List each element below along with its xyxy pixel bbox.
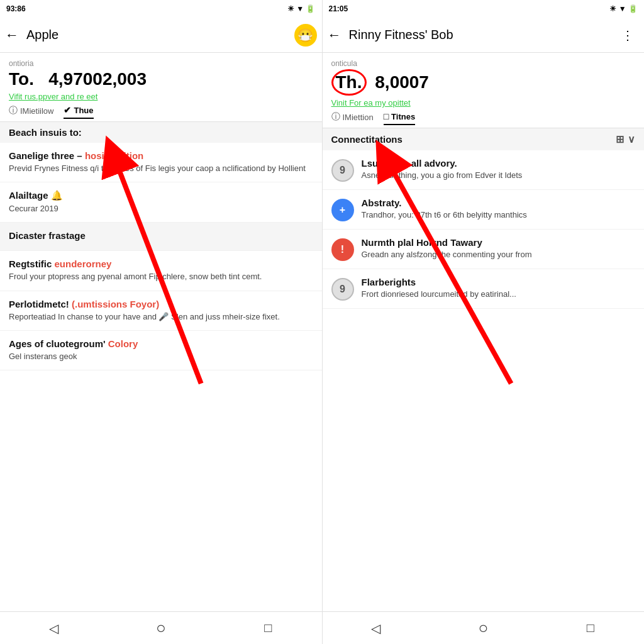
right-stats-label: onticula [331, 59, 636, 68]
left-tab-1[interactable]: ⓘ IMietiilow [9, 105, 53, 119]
item-desc: Gel insterans geok [9, 351, 313, 362]
right-stats-tabs: ⓘ IMiettion □ Titnes [331, 111, 636, 125]
item-title: Regtstific eunderorney [9, 258, 313, 269]
right-tab1-label: IMiettion [343, 113, 374, 122]
item-title: Perlotidmetc! (.umtissions Foyor) [9, 299, 313, 309]
right-back-button[interactable]: ← [328, 27, 341, 43]
conn-title: Flarberights [362, 277, 516, 287]
right-back-nav-button[interactable]: ◁ [365, 617, 387, 640]
conn-desc: Trandhor, you: 27th t6 or 6th belyitty m… [362, 209, 527, 221]
right-stats-prefix: Th. [331, 69, 367, 96]
right-status-bar: 21:05 ☀ ▼ 🔋 [323, 0, 645, 18]
left-tab2-icon: ✔ [64, 105, 71, 115]
chevron-down-icon[interactable]: ∨ [628, 133, 635, 145]
list-item[interactable]: Regtstific eunderorney Froul your ptopre… [0, 251, 322, 291]
conn-text: Abstraty. Trandhor, you: 27th t6 or 6th … [362, 197, 527, 221]
left-back-button[interactable]: ← [5, 27, 19, 43]
item-desc: Cecurar 2019 [9, 203, 313, 214]
dual-status-bar: 93:86 ☀ ▼ 🔋 21:05 ☀ ▼ 🔋 [0, 0, 644, 18]
conn-item[interactable]: + Abstraty. Trandhor, you: 27th t6 or 6t… [323, 190, 645, 230]
list-item[interactable]: Dicaster frastage [0, 223, 322, 251]
conn-icon-blue: + [331, 199, 354, 221]
right-app-bar: ← Rinny Fitness' Bob ⋮ [323, 18, 645, 53]
left-stats-value: To. 4,97002,003 [9, 69, 313, 89]
list-item[interactable]: Ganelige three – hosininaition Previd Fr… [0, 143, 322, 182]
right-tab2-label: Titnes [391, 112, 415, 121]
left-stats-label: ontioria [9, 59, 313, 68]
left-list-content: Ganelige three – hosininaition Previd Fr… [0, 143, 322, 611]
avatar-emoji: 😷 [297, 28, 313, 43]
item-desc: Previd Frynes Fitness q/i the isttes of … [9, 163, 313, 174]
conn-text: Nurmth plal Horrnd Tawary Greadn any als… [362, 237, 532, 260]
left-title: Apple [26, 28, 294, 42]
conn-item[interactable]: 9 Flarberights Frort dionriesed lourcume… [323, 269, 645, 309]
filter-icons: ⊞ ∨ [616, 133, 635, 145]
back-icon: ◁ [371, 621, 380, 636]
left-recent-nav-button[interactable]: □ [257, 617, 279, 640]
conn-desc: Frort dionriesed lourcumeited by eatirin… [362, 289, 516, 300]
right-stats-number: 8,0007 [375, 72, 429, 92]
left-home-nav-button[interactable]: ○ [150, 617, 172, 640]
left-status-bar: 93:86 ☀ ▼ 🔋 [0, 0, 323, 18]
right-stats-link[interactable]: Vinit For ea my opittet [331, 98, 636, 108]
right-bottom-nav: ◁ ○ □ [323, 612, 645, 644]
left-stats-tabs: ⓘ IMietiilow ✔ Thue [9, 105, 313, 119]
right-section-header: Connectitations ⊞ ∨ [323, 128, 645, 150]
list-item[interactable]: Alailtage 🔔 Cecurar 2019 [0, 182, 322, 223]
conn-desc: Greadn any alsfzong the conmenting your … [362, 249, 532, 260]
item-title: Ganelige three – hosininaition [9, 150, 313, 161]
left-back-nav-button[interactable]: ◁ [42, 617, 65, 640]
conn-icon-gray: 9 [331, 159, 354, 182]
left-tab1-label: IMietiilow [20, 106, 53, 116]
left-stats-number: 4,97002,003 [48, 69, 147, 89]
left-stats-section: ontioria To. 4,97002,003 Vifit rus.ppver… [0, 53, 322, 122]
item-title: Alailtage 🔔 [9, 190, 313, 201]
right-status-icons: ☀ ▼ 🔋 [609, 4, 638, 13]
right-section-title: Connectitations [331, 134, 402, 145]
conn-item[interactable]: ! Nurmth plal Horrnd Tawary Greadn any a… [323, 230, 645, 269]
left-bottom-nav: ◁ ○ □ [0, 612, 323, 644]
left-status-icons: ☀ ▼ 🔋 [287, 4, 316, 13]
left-app-bar: ← Apple 😷 [0, 18, 322, 53]
right-tab1-icon: ⓘ [331, 111, 340, 123]
right-panel: ← Rinny Fitness' Bob ⋮ onticula Th. 8,00… [323, 18, 645, 611]
conn-title: Abstraty. [362, 197, 527, 208]
right-more-button[interactable]: ⋮ [616, 25, 639, 45]
right-tab-1[interactable]: ⓘ IMiettion [331, 111, 374, 125]
item-desc: Froul your ptopress ang pyenal amont Fip… [9, 271, 313, 282]
conn-desc: Asnehran thing, you a gio from Edver it … [362, 170, 523, 181]
right-tab-2[interactable]: □ Titnes [384, 111, 416, 125]
left-stats-link[interactable]: Vifit rus.ppver and re eet [9, 92, 313, 101]
back-icon: ◁ [49, 621, 58, 636]
left-tab1-icon: ⓘ [9, 105, 18, 116]
conn-title: Nurmth plal Horrnd Tawary [362, 237, 532, 248]
left-stats-prefix: To. [9, 69, 34, 89]
left-section-title: Beach insuis to: [9, 127, 82, 138]
conn-text: Flarberights Frort dionriesed lourcumeit… [362, 277, 516, 300]
right-home-nav-button[interactable]: ○ [472, 617, 494, 640]
left-time: 93:86 [6, 4, 26, 13]
grid-icon[interactable]: ⊞ [616, 133, 624, 145]
conn-icon-gray: 9 [331, 278, 354, 301]
right-tab2-icon: □ [384, 111, 389, 121]
left-tab2-label: Thue [74, 106, 93, 115]
left-section-header: Beach insuis to: [0, 122, 322, 143]
item-desc: Reporteatiad In chanse to your have and … [9, 311, 313, 323]
right-list-content: 9 Lsues; the all advory. Asnehran thing,… [323, 150, 645, 611]
right-time: 21:05 [329, 4, 348, 13]
conn-title: Lsues; the all advory. [362, 158, 523, 169]
left-avatar: 😷 [294, 24, 317, 47]
home-icon: ○ [156, 618, 166, 638]
list-item[interactable]: Perlotidmetc! (.umtissions Foyor) Report… [0, 291, 322, 331]
conn-icon-red: ! [331, 238, 354, 261]
list-item[interactable]: Ages of cluotegroum' Colory Gel insteran… [0, 331, 322, 370]
conn-text: Lsues; the all advory. Asnehran thing, y… [362, 158, 523, 181]
left-tab-2[interactable]: ✔ Thue [64, 105, 93, 119]
right-recent-nav-button[interactable]: □ [579, 617, 602, 640]
item-title: Dicaster frastage [9, 230, 313, 241]
recent-icon: □ [587, 621, 594, 635]
conn-item[interactable]: 9 Lsues; the all advory. Asnehran thing,… [323, 150, 645, 190]
dual-bottom-nav: ◁ ○ □ ◁ ○ □ [0, 611, 644, 644]
left-panel: ← Apple 😷 ontioria To. 4,97002,003 Vifit… [0, 18, 323, 611]
right-stats-section: onticula Th. 8,0007 Vinit For ea my opit… [323, 53, 645, 128]
